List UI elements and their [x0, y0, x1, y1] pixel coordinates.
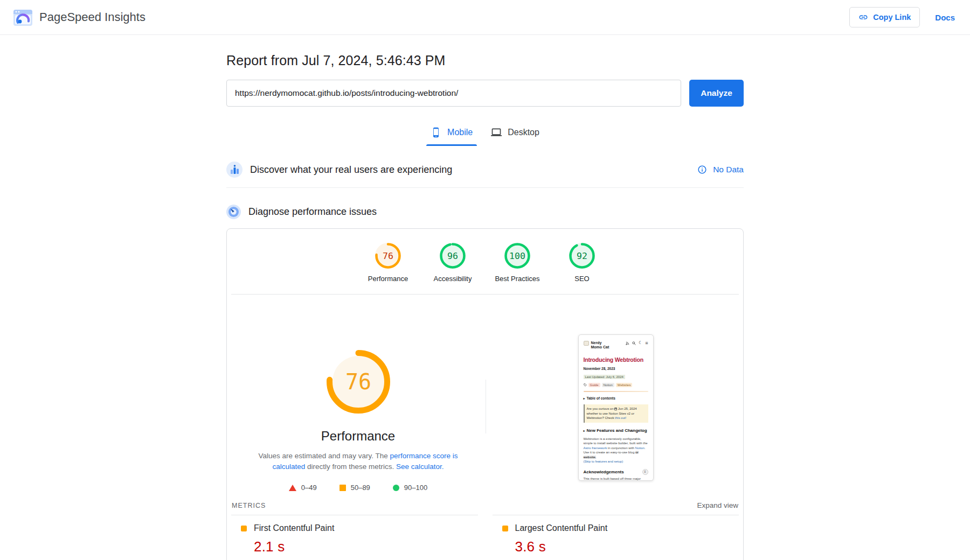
- post-tags: Guide Notion Websites: [584, 383, 648, 387]
- category-performance[interactable]: 76 Performance: [356, 243, 420, 283]
- no-data-label: No Data: [713, 165, 744, 174]
- lab-data-icon: [226, 205, 241, 219]
- legend-fail-range: 0–49: [301, 484, 317, 492]
- category-best-practices-label: Best Practices: [495, 275, 539, 283]
- tab-desktop-label: Desktop: [508, 128, 539, 137]
- performance-gauge-label: Performance: [321, 429, 395, 444]
- category-seo-label: SEO: [574, 275, 589, 283]
- acknowledgements-heading: Acknowledgements: [584, 470, 624, 474]
- caret-icon: ▸: [584, 429, 585, 432]
- copy-link-label: Copy Link: [873, 13, 911, 22]
- metrics-heading: METRICS: [232, 502, 266, 509]
- performance-score-value: 76: [345, 369, 371, 394]
- metric-fcp-label: First Contentful Paint: [254, 523, 334, 533]
- category-performance-label: Performance: [368, 275, 408, 283]
- callout-link: this out!: [615, 416, 626, 419]
- score-seo: 92: [577, 251, 587, 261]
- category-accessibility[interactable]: 96 Accessibility: [420, 243, 485, 283]
- ack-menu-button: ≡: [642, 469, 648, 475]
- paragraph-text: Webtrotion is a extensively configurable…: [584, 437, 648, 445]
- metric-lcp-label: Largest Contentful Paint: [515, 523, 608, 533]
- pagespeed-logo-icon: [13, 9, 33, 26]
- report-card: 76 Performance 96 Accessibility: [226, 228, 744, 560]
- tag-icon: [584, 383, 587, 387]
- paragraph-text: in conjunction with: [607, 446, 635, 450]
- copy-link-icon: [858, 12, 868, 22]
- tag-guide: Guide: [588, 383, 600, 387]
- average-square-icon: [502, 526, 508, 531]
- url-input[interactable]: [226, 80, 681, 107]
- caret-icon: ▸: [584, 397, 585, 400]
- callout-text: Are you curious on: [587, 407, 615, 410]
- legend-average-range: 50–89: [351, 484, 370, 492]
- menu-icon: ≡: [645, 341, 648, 345]
- analyze-button[interactable]: Analyze: [689, 80, 744, 107]
- features-heading-label: New Features and Changelog: [587, 428, 647, 433]
- metric-lcp: Largest Contentful Paint 3.6 s: [493, 515, 739, 560]
- site-favicon: [584, 341, 589, 346]
- intro-paragraph: Webtrotion is a extensively configurable…: [584, 437, 648, 464]
- lab-data-title: Diagnose performance issues: [248, 206, 377, 218]
- app-header: PageSpeed Insights Copy Link Docs: [0, 0, 970, 35]
- docs-link[interactable]: Docs: [935, 13, 955, 22]
- field-data-icon: [226, 162, 242, 178]
- description-text: directly from these metrics.: [305, 463, 396, 471]
- tab-mobile[interactable]: Mobile: [425, 121, 478, 146]
- tag-notion: Notion: [602, 383, 614, 387]
- lab-data-row: Diagnose performance issues: [226, 202, 744, 221]
- device-tabs: Mobile Desktop: [226, 121, 744, 146]
- callout-box: Are you curious on Jun 25, 2024 whether …: [584, 404, 648, 423]
- category-best-practices[interactable]: 100 Best Practices: [485, 243, 550, 283]
- report-title: Report from Jul 7, 2024, 5:46:43 PM: [226, 53, 744, 68]
- performance-description: Values are estimated and may vary. The p…: [244, 451, 473, 472]
- description-text: Values are estimated and may vary. The: [259, 452, 390, 460]
- table-of-contents: ▸Table of contents: [584, 396, 648, 400]
- legend-good: 90–100: [393, 484, 427, 492]
- page-screenshot-thumbnail[interactable]: Nerdy Momo Cat ☾ ≡: [578, 334, 654, 481]
- info-icon: [697, 165, 707, 174]
- see-calculator-link[interactable]: See calculator.: [396, 463, 444, 471]
- metric-fcp: First Contentful Paint 2.1 s: [231, 515, 478, 560]
- divider: [226, 187, 744, 188]
- metrics-grid: First Contentful Paint 2.1 s Largest Con…: [231, 515, 739, 560]
- callout-text: whether to use Notion Sites v2 or Webtro…: [587, 412, 634, 420]
- copy-link-button[interactable]: Copy Link: [849, 7, 920, 27]
- toc-label: Table of contents: [587, 396, 615, 400]
- good-circle-icon: [393, 485, 399, 491]
- divider: [584, 391, 648, 392]
- field-data-title: Discover what your real users are experi…: [250, 164, 452, 176]
- tab-mobile-label: Mobile: [447, 128, 473, 137]
- legend-average: 50–89: [340, 484, 370, 492]
- search-icon: [632, 341, 636, 345]
- legend-fail: 0–49: [289, 484, 317, 492]
- callout-date: Jun 25, 2024: [617, 407, 636, 410]
- category-seo[interactable]: 92 SEO: [550, 243, 614, 283]
- average-square-icon: [241, 526, 247, 531]
- rss-icon: [626, 341, 629, 345]
- expand-view-button[interactable]: Expand view: [697, 501, 738, 509]
- notion-link: Notion: [635, 446, 645, 450]
- performance-gauge[interactable]: 76: [325, 348, 392, 415]
- no-data-link[interactable]: No Data: [697, 165, 744, 174]
- post-updated-badge: Last Updated: July 6, 2024: [584, 375, 625, 379]
- legend-good-range: 90–100: [404, 484, 427, 492]
- screenshot-panel: Nerdy Momo Cat ☾ ≡: [485, 295, 739, 497]
- score-legend: 0–49 50–89 90–100: [289, 484, 427, 492]
- astro-link: Astro framework: [584, 446, 607, 450]
- score-accessibility: 96: [447, 251, 458, 261]
- average-square-icon: [340, 485, 346, 491]
- tab-desktop[interactable]: Desktop: [486, 121, 545, 146]
- fail-triangle-icon: [289, 485, 296, 491]
- post-title: Introducing Webtrotion: [584, 356, 648, 363]
- features-heading: ▸New Features and Changelog: [584, 428, 648, 433]
- metric-lcp-value: 3.6 s: [515, 538, 739, 555]
- score-best-practices: 100: [509, 251, 525, 261]
- site-title: Nerdy Momo Cat: [591, 341, 613, 349]
- desktop-icon: [491, 127, 502, 138]
- post-date: November 28, 2023: [584, 367, 648, 370]
- score-performance: 76: [383, 251, 393, 261]
- skip-link: (Skip to features and setup): [584, 460, 623, 463]
- app-title: PageSpeed Insights: [39, 10, 146, 24]
- main-content: Report from Jul 7, 2024, 5:46:43 PM Anal…: [226, 35, 744, 560]
- performance-gauge-panel: 76 Performance Values are estimated and …: [231, 295, 485, 497]
